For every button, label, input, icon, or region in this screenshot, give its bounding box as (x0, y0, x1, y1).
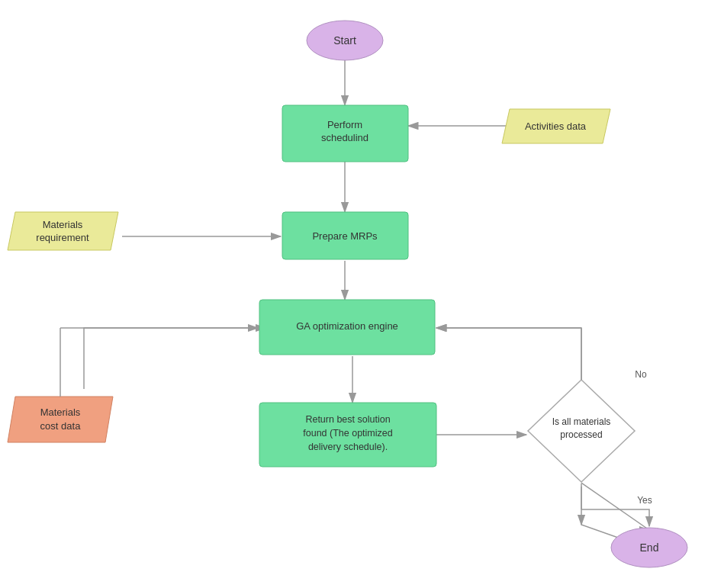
materials-req-label1: Materials (43, 219, 83, 230)
prepare-mrps-label: Prepare MRPs (312, 230, 378, 242)
perform-scheduling-label2: schedulind (321, 132, 368, 143)
arrow-diamond-end-part1 (581, 483, 649, 530)
return-best-label1: Return best solution (305, 414, 390, 425)
activities-data-label: Activities data (525, 120, 587, 132)
materials-req-label2: requirement (36, 232, 89, 243)
no-label: No (635, 369, 647, 380)
flowchart-diagram: Start Perform schedulind Activities data… (0, 0, 708, 588)
diamond-label1: Is all materials (552, 416, 611, 427)
materials-req-node (8, 212, 118, 250)
arrow-cost-to-ga (84, 328, 266, 389)
return-best-label3: delivery schedule). (308, 442, 388, 452)
yes-arrow-to-end (581, 509, 649, 526)
return-best-label2: found (The optimized (303, 428, 392, 439)
yes-label: Yes (637, 495, 652, 506)
end-label: End (640, 541, 659, 554)
ga-engine-label: GA optimization engine (296, 320, 398, 332)
materials-cost-label2: cost data (40, 420, 82, 432)
materials-cost-label1: Materials (40, 406, 81, 418)
arrow-no-to-ga (436, 328, 581, 381)
materials-cost-node (8, 397, 113, 442)
perform-scheduling-label: Perform (327, 119, 362, 130)
diamond-label2: processed (560, 429, 602, 440)
start-label: Start (333, 34, 356, 47)
